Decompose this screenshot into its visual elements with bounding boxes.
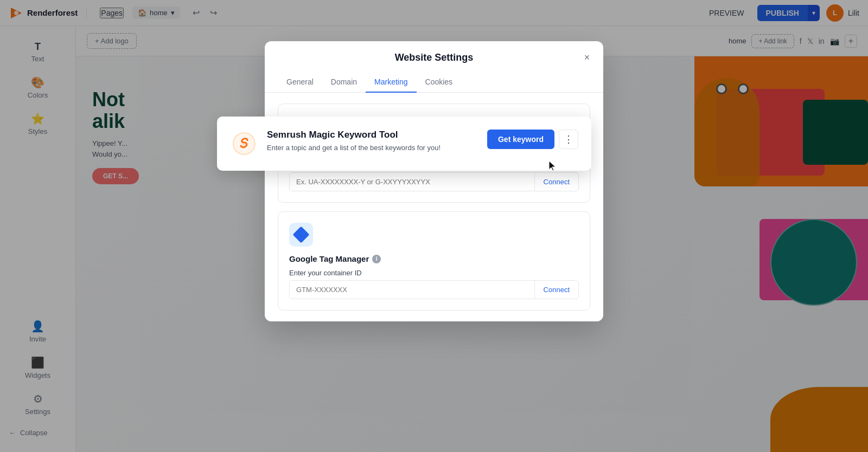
get-keyword-button[interactable]: Get keyword (487, 130, 554, 149)
modal-header: Website Settings × (265, 41, 603, 72)
ga-connect-button[interactable]: Connect (534, 173, 578, 191)
gtm-icon-wrap (289, 223, 313, 247)
modal-close-button[interactable]: × (579, 50, 595, 65)
ga-input-row: Connect (289, 172, 579, 191)
semrush-logo-icon (232, 132, 256, 156)
gtm-container-input[interactable] (290, 281, 534, 299)
more-options-button[interactable]: ⋮ (559, 130, 578, 149)
tab-domain[interactable]: Domain (322, 72, 366, 93)
gtm-field-label: Enter your container ID (289, 269, 579, 277)
gtm-card-header (289, 223, 579, 247)
gtm-diamond-icon (292, 226, 309, 243)
semrush-actions: Get keyword ⋮ (487, 130, 578, 149)
semrush-logo-wrap (230, 130, 258, 158)
svg-point-6 (241, 141, 247, 146)
semrush-title: Semrush Magic Keyword Tool (267, 130, 478, 140)
gtm-info-icon[interactable]: i (372, 255, 381, 263)
google-tag-manager-card: Google Tag Manager i Enter your containe… (278, 211, 590, 311)
tab-marketing[interactable]: Marketing (366, 72, 416, 93)
tab-cookies[interactable]: Cookies (417, 72, 462, 93)
semrush-popup: Semrush Magic Keyword Tool Enter a topic… (217, 117, 591, 171)
ga-property-input[interactable] (290, 173, 534, 191)
more-icon: ⋮ (564, 133, 573, 145)
gtm-title: Google Tag Manager i (289, 254, 579, 263)
website-settings-modal: Website Settings × General Domain Market… (265, 41, 603, 321)
gtm-connect-button[interactable]: Connect (534, 281, 578, 299)
modal-title: Website Settings (278, 52, 590, 72)
modal-tabs: General Domain Marketing Cookies (265, 72, 603, 93)
tab-general[interactable]: General (278, 72, 322, 93)
gtm-input-row: Connect (289, 280, 579, 299)
semrush-content: Semrush Magic Keyword Tool Enter a topic… (267, 130, 478, 152)
semrush-description: Enter a topic and get a list of the best… (267, 144, 478, 152)
